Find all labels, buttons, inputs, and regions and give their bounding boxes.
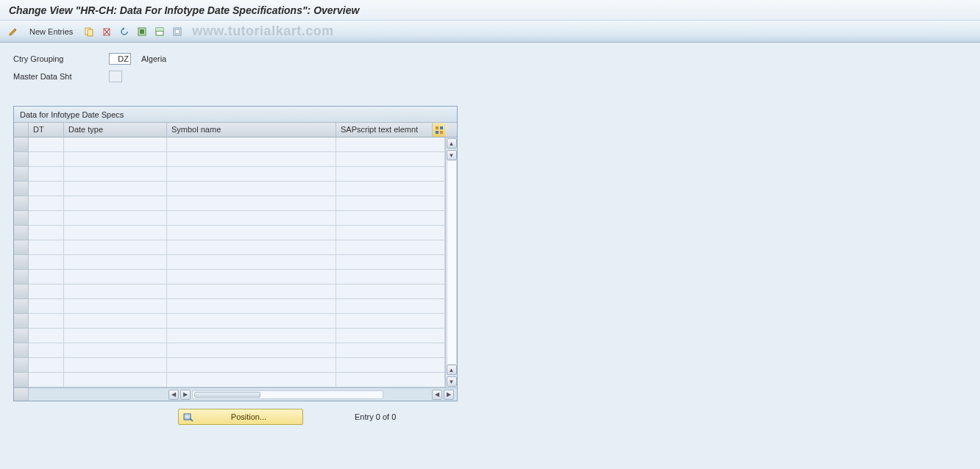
ctry-grouping-label: Ctry Grouping: [13, 54, 109, 63]
position-icon: [183, 412, 193, 422]
scroll-down-icon[interactable]: ▼: [447, 376, 457, 387]
table-row[interactable]: [29, 240, 445, 255]
deselect-all-icon[interactable]: [170, 24, 185, 39]
row-selector[interactable]: [14, 211, 29, 226]
select-all-icon[interactable]: [135, 24, 149, 39]
page-title: Change View "HR-CH: Data For Infotype Da…: [0, 0, 980, 21]
row-selector[interactable]: [14, 358, 29, 373]
grid-panel: Data for Infotype Date Specs DT Date typ…: [13, 106, 458, 401]
svg-rect-19: [185, 418, 190, 418]
row-selector[interactable]: [14, 137, 29, 152]
select-block-icon[interactable]: [152, 24, 167, 39]
row-selector[interactable]: [14, 373, 29, 387]
table-row[interactable]: [29, 299, 445, 314]
table-row[interactable]: [29, 182, 445, 196]
svg-rect-8: [156, 28, 163, 31]
table-row[interactable]: [29, 211, 445, 226]
scroll-right-step-icon[interactable]: ▶: [180, 390, 191, 400]
row-selector[interactable]: [14, 270, 29, 284]
grid-header-date-type[interactable]: Date type: [64, 123, 167, 137]
horizontal-scrollbar: ◀ ▶ ◀ ▶: [14, 387, 457, 401]
svg-rect-17: [185, 415, 190, 415]
ctry-grouping-row: Ctry Grouping Algeria: [13, 51, 967, 66]
svg-rect-13: [440, 126, 443, 129]
grid-row-selectors: [14, 137, 29, 387]
row-selector[interactable]: [14, 167, 29, 182]
table-row[interactable]: [29, 314, 445, 329]
table-row[interactable]: [29, 167, 445, 182]
position-label: Position...: [199, 412, 298, 421]
new-entries-button[interactable]: New Entries: [24, 24, 79, 39]
content-area: Ctry Grouping Algeria Master Data Sht Da…: [0, 43, 980, 434]
table-row[interactable]: [29, 152, 445, 167]
entry-count-text: Entry 0 of 0: [355, 412, 396, 421]
svg-rect-15: [440, 131, 443, 134]
hscroll-thumb[interactable]: [194, 392, 260, 398]
row-selector[interactable]: [14, 284, 29, 299]
row-selector[interactable]: [14, 226, 29, 240]
grid-header-row: DT Date type Symbol name SAPscript text …: [14, 123, 457, 137]
scroll-left-icon[interactable]: ◀: [168, 390, 179, 400]
scroll-left-step-icon[interactable]: ◀: [432, 390, 442, 400]
row-selector[interactable]: [14, 329, 29, 343]
table-row[interactable]: [29, 226, 445, 240]
svg-rect-18: [185, 416, 190, 417]
scroll-up-icon[interactable]: ▲: [447, 138, 457, 148]
master-data-label: Master Data Sht: [13, 72, 109, 81]
svg-rect-9: [156, 31, 163, 32]
scroll-right-icon[interactable]: ▶: [444, 390, 454, 400]
watermark-text: www.tutorialkart.com: [192, 24, 333, 39]
table-row[interactable]: [29, 329, 445, 343]
table-row[interactable]: [29, 373, 445, 387]
copy-as-icon[interactable]: [82, 24, 96, 39]
table-row[interactable]: [29, 255, 445, 270]
grid-header-selector[interactable]: [14, 123, 29, 137]
scroll-track[interactable]: [447, 161, 457, 364]
vertical-scrollbar[interactable]: ▲ ▼ ▲ ▼: [445, 137, 457, 387]
svg-rect-12: [436, 126, 438, 129]
page-title-text: Change View "HR-CH: Data For Infotype Da…: [9, 4, 359, 16]
hscroll-track[interactable]: [192, 390, 383, 399]
row-selector[interactable]: [14, 152, 29, 167]
position-button[interactable]: Position...: [178, 409, 303, 425]
grid-configure-icon[interactable]: [432, 123, 445, 137]
grid-title: Data for Infotype Date Specs: [14, 107, 457, 123]
undo-change-icon[interactable]: [117, 24, 132, 39]
master-data-row: Master Data Sht: [13, 69, 967, 84]
grid-header-dt[interactable]: DT: [29, 123, 64, 137]
svg-rect-14: [436, 131, 438, 134]
grid-header-sapscript[interactable]: SAPscript text elemnt: [336, 123, 432, 137]
row-selector[interactable]: [14, 240, 29, 255]
table-row[interactable]: [29, 196, 445, 211]
row-selector[interactable]: [14, 196, 29, 211]
ctry-grouping-text: Algeria: [141, 54, 166, 63]
table-row[interactable]: [29, 270, 445, 284]
row-selector[interactable]: [14, 314, 29, 329]
svg-rect-6: [140, 29, 144, 34]
table-row[interactable]: [29, 343, 445, 358]
delete-icon[interactable]: [99, 24, 114, 39]
svg-rect-1: [88, 29, 93, 36]
grid-body: ▲ ▼ ▲ ▼: [14, 137, 457, 387]
grid-header-symbol-name[interactable]: Symbol name: [167, 123, 336, 137]
master-data-input[interactable]: [109, 71, 122, 82]
scroll-down-step-icon[interactable]: ▼: [447, 150, 457, 160]
ctry-grouping-input[interactable]: [109, 53, 131, 65]
grid-data-area: [29, 137, 445, 387]
row-selector[interactable]: [14, 255, 29, 270]
hscroll-corner: [14, 388, 29, 401]
new-entries-label: New Entries: [29, 27, 73, 36]
grid-footer: Position... Entry 0 of 0: [13, 409, 967, 425]
hscroll-area: ◀ ▶ ◀ ▶: [29, 390, 457, 400]
row-selector[interactable]: [14, 182, 29, 196]
table-row[interactable]: [29, 358, 445, 373]
scroll-up-step-icon[interactable]: ▲: [447, 365, 457, 375]
row-selector[interactable]: [14, 299, 29, 314]
row-selector[interactable]: [14, 343, 29, 358]
table-row[interactable]: [29, 137, 445, 152]
table-row[interactable]: [29, 284, 445, 299]
toggle-change-icon[interactable]: [6, 24, 21, 39]
application-toolbar: New Entries www.tutorialkart.com: [0, 21, 980, 43]
